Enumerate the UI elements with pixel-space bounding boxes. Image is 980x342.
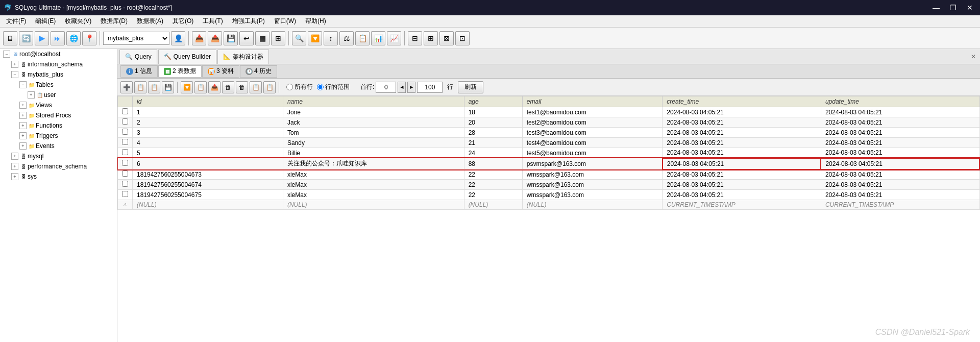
triggers-expander[interactable]: +	[19, 132, 27, 139]
tree-storedprocs-folder[interactable]: + 📁 Stored Procs	[0, 110, 117, 120]
functions-expander[interactable]: +	[19, 122, 27, 129]
tables-expander[interactable]: −	[19, 81, 27, 88]
dt-save-row[interactable]: 💾	[162, 81, 174, 93]
events-expander[interactable]: +	[19, 142, 27, 150]
radio-all-rows[interactable]: 所有行	[286, 83, 313, 91]
row-checkbox[interactable]	[122, 170, 128, 177]
tb-report[interactable]: 📊	[371, 31, 385, 45]
dt-delete[interactable]: 📋	[148, 81, 160, 93]
mysql-expander[interactable]: +	[11, 153, 18, 160]
next-page-btn[interactable]: ►	[407, 82, 415, 93]
perf-schema-expander[interactable]: +	[11, 163, 18, 170]
tb-multi2[interactable]: ⊞	[424, 31, 438, 45]
prev-page-btn[interactable]: ◄	[398, 82, 406, 93]
dt-copy[interactable]: 📋	[250, 81, 262, 93]
table-row[interactable]: 4Sandy21test4@baomidou.com2024-08-03 04:…	[118, 138, 980, 148]
tab-query-builder[interactable]: 🔨 Query Builder	[158, 50, 216, 64]
tb-user[interactable]: 👤	[171, 31, 185, 45]
close-panel-btn[interactable]: ✕	[969, 52, 978, 61]
tb-table[interactable]: ▦	[255, 31, 270, 45]
tb-schema[interactable]: 📋	[355, 31, 370, 45]
menu-other[interactable]: 其它(O)	[168, 16, 198, 27]
sub-tab-info[interactable]: i 1 信息	[120, 65, 158, 78]
database-selector[interactable]: mybatis_plus	[103, 32, 169, 45]
tree-mybatis-plus[interactable]: − 🗄 mybatis_plus	[0, 69, 117, 80]
tb-multi4[interactable]: ⊡	[455, 31, 470, 45]
table-row[interactable]: 2Jack20test2@baomidou.com2024-08-03 04:0…	[118, 117, 980, 128]
table-row[interactable]: 1819427560255004675xieMax22wmsspark@163.…	[118, 190, 980, 200]
close-button[interactable]: ✕	[964, 3, 976, 13]
menu-edit[interactable]: 编辑(E)	[31, 16, 60, 27]
row-checkbox[interactable]	[122, 108, 128, 114]
row-checkbox[interactable]	[122, 118, 128, 125]
refresh-button[interactable]: 刷新	[458, 81, 483, 93]
tab-query[interactable]: 🔍 Query	[119, 50, 157, 64]
tb-multi3[interactable]: ⊠	[439, 31, 454, 45]
row-checkbox[interactable]	[122, 191, 128, 197]
col-id[interactable]: id	[133, 96, 283, 107]
minimize-button[interactable]: —	[929, 3, 943, 13]
menu-tools[interactable]: 工具(T)	[199, 16, 227, 27]
table-row[interactable]: 1Jone18test1@baomidou.com2024-08-03 04:0…	[118, 107, 980, 117]
storedprocs-expander[interactable]: +	[19, 112, 27, 119]
table-row[interactable]: 6关注我的公众号：爪哇知识库88psvmspark@163.com2024-08…	[118, 158, 980, 169]
tree-tables-folder[interactable]: − 📁 Tables	[0, 80, 117, 90]
dt-truncate[interactable]: 🗑	[236, 81, 248, 93]
menu-table[interactable]: 数据表(A)	[133, 16, 167, 27]
tb-compare[interactable]: ⚖	[339, 31, 354, 45]
mybatis-expander[interactable]: −	[11, 71, 18, 78]
conn-expander[interactable]: −	[3, 51, 10, 58]
tree-functions-folder[interactable]: + 📁 Functions	[0, 120, 117, 131]
tb-export[interactable]: 📤	[208, 31, 222, 45]
radio-group[interactable]: 所有行 行的范围	[286, 83, 350, 91]
tb-chart[interactable]: 📈	[387, 31, 401, 45]
sub-tab-history[interactable]: 🕐 4 历史	[240, 65, 277, 78]
tb-grid[interactable]: ⊞	[271, 31, 285, 45]
tree-sys-db[interactable]: + 🗄 sys	[0, 172, 117, 182]
menu-file[interactable]: 文件(F)	[2, 16, 30, 27]
radio-row-range[interactable]: 行的范围	[317, 83, 350, 91]
radio-row-range-input[interactable]	[317, 84, 324, 90]
tree-user-table[interactable]: + 📋 user	[0, 90, 117, 100]
tb-sort[interactable]: ↕	[324, 31, 338, 45]
tb-skip-forward[interactable]: ⏭	[51, 31, 65, 45]
info-schema-expander[interactable]: +	[11, 61, 18, 68]
col-create-time[interactable]: create_time	[663, 96, 821, 107]
dt-import[interactable]: 🗑	[222, 81, 234, 93]
dt-sort[interactable]: 📋	[194, 81, 207, 93]
table-row[interactable]: 1819427560255004673xieMax22wmsspark@163.…	[118, 169, 980, 180]
col-email[interactable]: email	[522, 96, 663, 107]
dt-add-row[interactable]: ➕	[120, 81, 133, 93]
tree-info-schema[interactable]: + 🗄 information_schema	[0, 59, 117, 69]
tb-save[interactable]: 💾	[224, 31, 238, 45]
row-checkbox[interactable]	[122, 149, 128, 155]
menu-database[interactable]: 数据库(D)	[96, 16, 132, 27]
data-table-wrap[interactable]: id name age email create_time update_tim…	[117, 96, 980, 342]
tb-filter[interactable]: 🔽	[308, 31, 322, 45]
tree-root-conn[interactable]: − 🖥 root@localhost	[0, 49, 117, 59]
table-row[interactable]: 3Tom28test3@baomidou.com2024-08-03 04:05…	[118, 128, 980, 138]
row-count-input[interactable]	[417, 82, 443, 93]
tb-play[interactable]: ▶	[35, 31, 49, 45]
tree-views-folder[interactable]: + 📁 Views	[0, 100, 117, 110]
sub-tab-tabledata[interactable]: ▦ 2 表数据	[158, 65, 202, 78]
tree-triggers-folder[interactable]: + 📁 Triggers	[0, 131, 117, 141]
tb-multi1[interactable]: ⊟	[408, 31, 422, 45]
row-checkbox[interactable]	[122, 129, 128, 135]
tree-events-folder[interactable]: + 📁 Events	[0, 141, 117, 151]
tb-globe[interactable]: 🌐	[66, 31, 81, 45]
tb-search[interactable]: 🔍	[292, 31, 306, 45]
dt-export[interactable]: 📤	[208, 81, 220, 93]
row-checkbox[interactable]	[122, 139, 128, 145]
tb-new-conn[interactable]: 🖥	[3, 31, 17, 45]
title-bar-controls[interactable]: — ❐ ✕	[929, 3, 976, 13]
sys-expander[interactable]: +	[11, 173, 18, 180]
table-row[interactable]: 5Billie24test5@baomidou.com2024-08-03 04…	[118, 148, 980, 158]
maximize-button[interactable]: ❐	[947, 3, 960, 13]
row-checkbox[interactable]	[122, 181, 128, 187]
user-table-expander[interactable]: +	[28, 91, 35, 99]
tree-mysql-db[interactable]: + 🗄 mysql	[0, 151, 117, 161]
radio-all-rows-input[interactable]	[286, 84, 293, 90]
col-name[interactable]: name	[283, 96, 464, 107]
tab-architect[interactable]: 📐 架构设计器	[217, 50, 269, 64]
